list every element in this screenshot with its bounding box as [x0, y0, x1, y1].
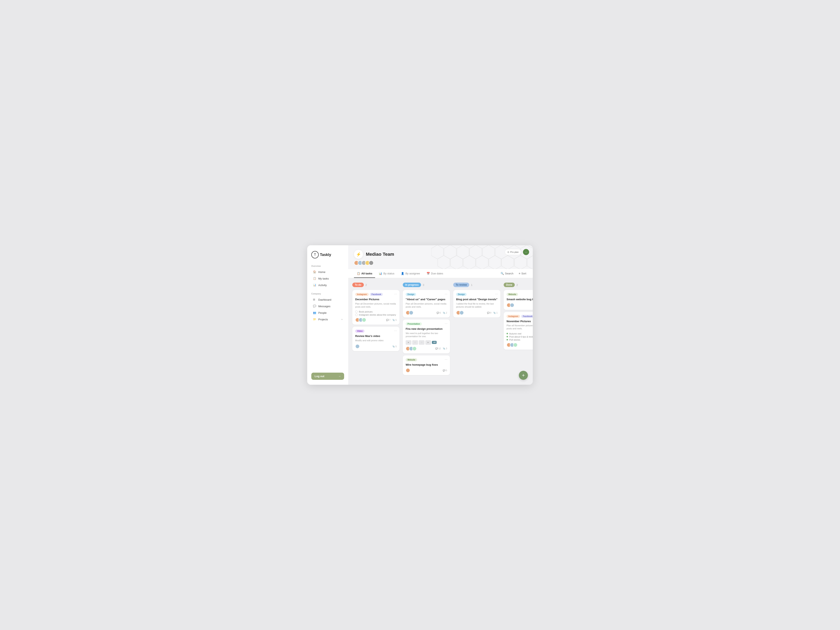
sidebar-item-people[interactable]: 👥 People: [311, 309, 344, 316]
attachments-count: 📎 1: [493, 312, 497, 314]
sidebar-item-my-tasks[interactable]: 📋 My tasks: [311, 275, 344, 281]
activity-icon: 📊: [313, 283, 316, 287]
bullet-list: Autumn reel Post about 6 tips & tricks P…: [507, 332, 533, 341]
footer-meta: 💬 5: [443, 369, 447, 372]
team-title-row: ⚡ Mediao Team: [354, 250, 394, 259]
sort-button[interactable]: ≡ Sort: [518, 271, 527, 276]
attachments-count: 📎 5: [392, 319, 396, 321]
card-menu-button[interactable]: ⋯: [445, 358, 447, 361]
tab-by-status[interactable]: 📊 By status: [376, 269, 397, 278]
tab-all-tasks[interactable]: 📋 All tasks: [354, 269, 375, 278]
footer-avatars: [406, 346, 415, 351]
card-wire-homepage: Website ⋯ Wire homepage bug fixes 💬: [403, 355, 450, 375]
tab-icon-all-tasks: 📋: [357, 272, 360, 275]
footer-meta: 💬 9 📎 1: [487, 312, 497, 314]
tab-due-dates[interactable]: 📅 Due dates: [424, 269, 446, 278]
col-count-toreview: 1: [471, 283, 472, 286]
tabs: 📋 All tasks 📊 By status 👤 By assignee 📅 …: [354, 269, 446, 278]
media-thumb-1: ▶: [406, 340, 411, 345]
column-toreview: To review 1 Design ⋯ Blog post about "De…: [453, 282, 501, 317]
more-options-button[interactable]: ···: [523, 249, 529, 255]
card-desc: Plan all December pictures, social media…: [406, 302, 447, 309]
avatar: [355, 344, 360, 349]
search-button[interactable]: 🔍 Search: [500, 271, 514, 276]
col-count-todo: 2: [365, 283, 367, 286]
card-menu-button[interactable]: ⋯: [495, 292, 498, 296]
comments-count: 💬 12: [436, 347, 441, 350]
messages-icon: 💬: [313, 305, 316, 308]
comments-count: 💬 7: [386, 319, 390, 321]
tag-facebook: Facebook: [370, 293, 383, 296]
column-inprogress: In progress 3 Design ⋯ "About us" and "C…: [403, 282, 450, 375]
media-thumb-2: □: [412, 340, 418, 345]
tag-instagram: Instagram: [507, 315, 520, 318]
bullet-text: Autumn reel: [509, 332, 521, 335]
card-footer: 💬 6 📎 8: [507, 343, 533, 347]
attachments-count: 📎 3: [443, 347, 447, 350]
footer-avatars: [507, 303, 513, 308]
projects-icon: 📁: [313, 318, 316, 321]
card-smash-website: Website ⋯ Smash website bug fixes 💬: [504, 290, 533, 310]
avatar: [406, 368, 410, 373]
column-todo: To do 2 Instagram Facebook ⋯ December Pi…: [352, 282, 399, 351]
chevron-down-icon: ▾: [341, 318, 343, 321]
add-task-fab[interactable]: +: [519, 371, 528, 380]
comment-icon: 💬: [436, 347, 438, 350]
board: To do 2 Instagram Facebook ⋯ December Pi…: [348, 278, 533, 385]
company-label: Company: [311, 293, 344, 295]
pro-plan-label: Pro plan: [510, 251, 519, 253]
col-badge-todo: To do: [352, 283, 364, 287]
card-title: Fira new design presentation: [406, 327, 447, 331]
card-menu-button[interactable]: ⋯: [394, 329, 397, 332]
card-title: Blog post about "Design trends": [456, 298, 497, 301]
media-more: +4: [432, 341, 437, 344]
tag-website: Website: [507, 293, 518, 296]
card-december-pictures: Instagram Facebook ⋯ December Pictures P…: [352, 290, 399, 325]
sidebar-home-label: Home: [318, 270, 325, 273]
more-icon: ···: [525, 250, 527, 254]
bullet-dot: [507, 333, 508, 334]
media-thumb-4: ▶: [425, 340, 431, 345]
footer-meta: 💬 12 📎 3: [436, 347, 447, 350]
column-header-toreview: To review 1: [453, 282, 501, 288]
card-menu-button[interactable]: ⋯: [445, 322, 447, 325]
tag-presentation: Presentation: [406, 322, 422, 325]
overview-label: Overview: [311, 265, 344, 267]
card-tags: Video: [355, 330, 396, 333]
attachment-icon: 📎: [392, 345, 395, 347]
banner-info: ⚡ Mediao Team: [354, 250, 394, 265]
card-blog-design: Design ⋯ Blog post about "Design trends"…: [453, 290, 501, 317]
logout-button[interactable]: Log out →: [311, 373, 344, 380]
sidebar-item-projects[interactable]: 📁 Projects ▾: [311, 316, 344, 322]
checklist-item-2: Instagram stories about the company: [355, 314, 396, 316]
card-fira-presentation: Presentation ⋯ Fira new design presentat…: [403, 319, 450, 353]
team-icon: ⚡: [354, 250, 363, 259]
sidebar-item-dashboard[interactable]: ⊞ Dashboard: [311, 297, 344, 303]
sidebar-item-messages[interactable]: 💬 Messages: [311, 303, 344, 309]
tab-icon-by-assignee: 👤: [401, 272, 404, 275]
sidebar-dashboard-label: Dashboard: [318, 298, 332, 301]
pro-plan-badge[interactable]: ⊙ Pro plan: [505, 249, 521, 255]
media-thumb-3: □: [419, 340, 425, 345]
tag-design: Design: [406, 293, 416, 296]
check-circle: [355, 311, 358, 313]
bullet-text: Post about 6 tips & tricks: [509, 336, 533, 338]
sidebar-item-home[interactable]: 🏠 Home: [311, 269, 344, 275]
comment-icon: 💬: [386, 319, 388, 321]
card-menu-button[interactable]: ⋯: [445, 292, 447, 296]
tab-by-assignee[interactable]: 👤 By assignee: [398, 269, 423, 278]
avatar: [459, 311, 464, 315]
avatar: [409, 311, 414, 315]
sidebar-projects-label: Projects: [318, 318, 328, 321]
card-menu-button[interactable]: ⋯: [394, 292, 397, 296]
comment-icon: 💬: [437, 312, 439, 314]
col-badge-toreview: To review: [453, 283, 469, 287]
tabs-actions: 🔍 Search ≡ Sort: [500, 271, 527, 276]
people-icon: 👥: [313, 311, 316, 314]
card-footer: 💬 13: [507, 303, 533, 308]
comments-count: 💬 5: [437, 312, 441, 314]
comments-count: 💬 5: [443, 369, 447, 372]
card-tags: Website: [507, 293, 533, 296]
tag-design: Design: [456, 293, 467, 296]
sidebar-item-activity[interactable]: 📊 Activity: [311, 282, 344, 288]
